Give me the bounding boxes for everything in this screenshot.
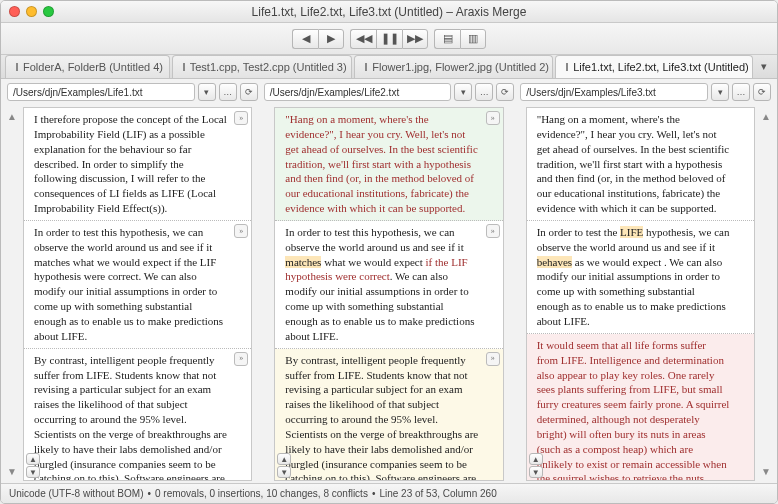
merge-right-button[interactable]: » <box>234 352 248 366</box>
pane-right: "Hang on a moment, where's the evidence?… <box>526 107 755 481</box>
scroll-up-button[interactable]: ▲ <box>529 453 543 465</box>
pane-middle-scroll[interactable]: "Hang on a moment, where's the evidence?… <box>275 108 502 480</box>
close-button[interactable] <box>9 6 20 17</box>
tab-label: Life1.txt, Life2.txt, Life3.txt (Untitle… <box>573 61 748 73</box>
link-gutter-lm[interactable] <box>256 107 270 481</box>
path-action-right[interactable]: ⟳ <box>753 83 771 101</box>
path-col-right: /Users/djn/Examples/Life3.txt ▾ … ⟳ <box>520 83 771 101</box>
playback-group: ◀◀ ❚❚ ▶▶ <box>350 29 428 49</box>
scroll-up-button[interactable]: ▲ <box>26 453 40 465</box>
link-gutter-mr[interactable] <box>508 107 522 481</box>
text-block[interactable]: By contrast, intelligent people frequent… <box>24 349 251 480</box>
first-icon: ◀◀ <box>356 32 372 45</box>
right-change-gutter[interactable]: ▲ ▼ <box>759 107 773 481</box>
last-diff-button[interactable]: ▶▶ <box>402 29 428 49</box>
nav-next-change-button[interactable]: ▶ <box>318 29 344 49</box>
ellipsis-icon: … <box>223 87 232 97</box>
gutter-down-icon: ▼ <box>7 466 17 477</box>
path-action-middle[interactable]: ⟳ <box>496 83 514 101</box>
last-icon: ▶▶ <box>407 32 423 45</box>
doc-icon <box>16 63 18 71</box>
doc-icon <box>566 63 568 71</box>
nav-first-prev: ◀ ▶ <box>292 29 344 49</box>
tab-folders[interactable]: FolderA, FolderB (Untitled 4) <box>5 55 170 78</box>
ellipsis-icon: … <box>737 87 746 97</box>
pane-middle-vnav: ▲ ▼ <box>277 453 291 478</box>
path-dropdown-right[interactable]: ▾ <box>711 83 729 101</box>
status-encoding: Unicode (UTF-8 without BOM) <box>9 488 143 499</box>
pause-button[interactable]: ❚❚ <box>376 29 402 49</box>
gutter-down-icon: ▼ <box>761 466 771 477</box>
minimize-button[interactable] <box>26 6 37 17</box>
status-sep: • <box>372 488 376 499</box>
tab-flowers[interactable]: Flower1.jpg, Flower2.jpg (Untitled 2) <box>354 55 553 78</box>
path-col-left: /Users/djn/Examples/Life1.txt ▾ … ⟳ <box>7 83 258 101</box>
doc-icon <box>365 63 367 71</box>
scroll-up-button[interactable]: ▲ <box>277 453 291 465</box>
prev-icon: ◀ <box>302 32 310 45</box>
path-action-left[interactable]: ⟳ <box>240 83 258 101</box>
paragraph-text: By contrast, intelligent people frequent… <box>34 354 227 480</box>
changed-word: behaves <box>537 256 572 268</box>
window-title: Life1.txt, Life2.txt, Life3.txt (Untitle… <box>252 5 527 19</box>
text-block-changed[interactable]: "Hang on a moment, where's the evidence?… <box>275 108 502 221</box>
tab-label: Flower1.jpg, Flower2.jpg (Untitled 2) <box>372 61 549 73</box>
next-icon: ▶ <box>327 32 335 45</box>
first-diff-button[interactable]: ◀◀ <box>350 29 376 49</box>
pane-left-scroll[interactable]: I therefore propose the concept of the L… <box>24 108 251 480</box>
text-block-removed[interactable]: It would seem that all life forms suffer… <box>527 334 754 480</box>
text-block-conflict[interactable]: By contrast, intelligent people frequent… <box>275 349 502 480</box>
text-block[interactable]: I therefore propose the concept of the L… <box>24 108 251 221</box>
tabs-overflow-button[interactable]: ▾ <box>755 55 773 78</box>
text-block[interactable]: In order to test this hypothesis, we can… <box>24 221 251 349</box>
pane-left-vnav: ▲ ▼ <box>26 453 40 478</box>
merge-right-button[interactable]: » <box>486 224 500 238</box>
traffic-lights <box>9 6 54 17</box>
chevron-down-icon: ▾ <box>204 87 209 97</box>
status-bar: Unicode (UTF-8 without BOM) • 0 removals… <box>1 483 777 503</box>
path-browse-left[interactable]: … <box>219 83 237 101</box>
scroll-down-button[interactable]: ▼ <box>26 466 40 478</box>
layout-group: ▤ ▥ <box>434 29 486 49</box>
merge-right-button[interactable]: » <box>234 224 248 238</box>
chevron-down-icon: ▾ <box>461 87 466 97</box>
status-sep: • <box>147 488 151 499</box>
changed-word: matches <box>285 256 321 268</box>
merge-right-button[interactable]: » <box>486 352 500 366</box>
pane-right-scroll[interactable]: "Hang on a moment, where's the evidence?… <box>527 108 754 480</box>
pane-right-vnav: ▲ ▼ <box>529 453 543 478</box>
pane-left: I therefore propose the concept of the L… <box>23 107 252 481</box>
tab-life[interactable]: Life1.txt, Life2.txt, Life3.txt (Untitle… <box>555 55 753 78</box>
path-text: /Users/djn/Examples/Life2.txt <box>270 87 400 98</box>
tab-tests[interactable]: Test1.cpp, Test2.cpp (Untitled 3) <box>172 55 353 78</box>
merge-right-button[interactable]: » <box>234 111 248 125</box>
main-toolbar: ◀ ▶ ◀◀ ❚❚ ▶▶ ▤ ▥ <box>1 23 777 55</box>
gutter-up-icon: ▲ <box>7 111 17 122</box>
merge-right-button[interactable]: » <box>486 111 500 125</box>
status-position: Line 23 of 53, Column 260 <box>379 488 496 499</box>
path-input-left[interactable]: /Users/djn/Examples/Life1.txt <box>7 83 195 101</box>
chevron-down-icon: ▾ <box>761 60 767 73</box>
path-text: /Users/djn/Examples/Life3.txt <box>526 87 656 98</box>
text-block[interactable]: "Hang on a moment, where's the evidence?… <box>527 108 754 221</box>
window-titlebar: Life1.txt, Life2.txt, Life3.txt (Untitle… <box>1 1 777 23</box>
left-change-gutter[interactable]: ▲ ▼ <box>5 107 19 481</box>
layout-a-button[interactable]: ▤ <box>434 29 460 49</box>
scroll-down-button[interactable]: ▼ <box>277 466 291 478</box>
nav-prev-change-button[interactable]: ◀ <box>292 29 318 49</box>
path-browse-middle[interactable]: … <box>475 83 493 101</box>
path-input-middle[interactable]: /Users/djn/Examples/Life2.txt <box>264 83 452 101</box>
paragraph-text: In order to test this hypothesis, we can… <box>285 226 463 253</box>
paragraph-text: It would seem that all life forms suffer… <box>537 339 730 480</box>
text-block[interactable]: In order to test the LIFE hypothesis, we… <box>527 221 754 334</box>
document-tabs: FolderA, FolderB (Untitled 4) Test1.cpp,… <box>1 55 777 79</box>
path-input-right[interactable]: /Users/djn/Examples/Life3.txt <box>520 83 708 101</box>
chevron-down-icon: ▾ <box>718 87 723 97</box>
path-dropdown-left[interactable]: ▾ <box>198 83 216 101</box>
layout-b-button[interactable]: ▥ <box>460 29 486 49</box>
scroll-down-button[interactable]: ▼ <box>529 466 543 478</box>
path-browse-right[interactable]: … <box>732 83 750 101</box>
path-dropdown-middle[interactable]: ▾ <box>454 83 472 101</box>
text-block[interactable]: In order to test this hypothesis, we can… <box>275 221 502 349</box>
zoom-button[interactable] <box>43 6 54 17</box>
